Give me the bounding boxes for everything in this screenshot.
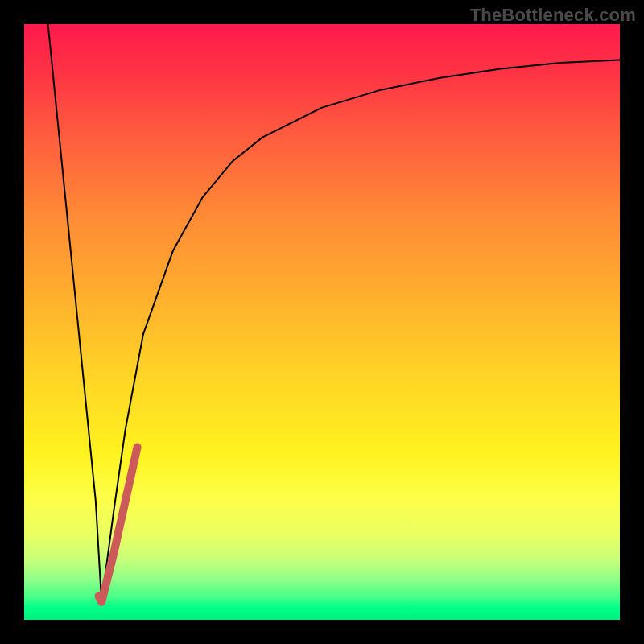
chart-frame: TheBottleneck.com [0, 0, 644, 644]
series-right-branch [101, 60, 620, 601]
series-left-branch [48, 24, 102, 602]
series-highlight-segment [99, 447, 138, 601]
curves-svg [24, 24, 620, 620]
watermark-text: TheBottleneck.com [470, 5, 636, 26]
plot-area [24, 24, 620, 620]
